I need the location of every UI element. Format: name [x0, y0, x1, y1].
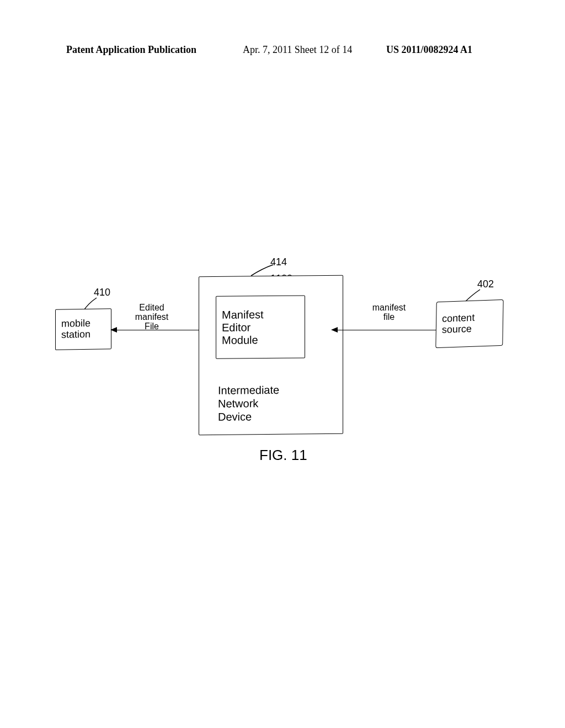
block-intermediate-network-device: Manifest Editor Module Intermediate Netw… [199, 275, 343, 435]
mobile-station-line1: mobile [61, 318, 90, 330]
header-mid: Apr. 7, 2011 Sheet 12 of 14 [243, 44, 352, 56]
edge-label-edited-manifest: Edited manifest File [121, 303, 182, 331]
edited-manifest-line2: manifest [135, 312, 168, 322]
intermediate-line3: Device [218, 410, 252, 423]
manifest-editor-line1: Manifest [222, 308, 264, 322]
manifest-editor-line2: Editor [222, 321, 250, 334]
figure-diagram: 410 414 1100 402 mobile station Manifest… [55, 270, 508, 463]
edited-manifest-line3: File [145, 322, 159, 331]
content-source-line2: source [442, 324, 472, 336]
figure-number-label: FIG. 11 [259, 447, 307, 464]
page: Patent Application Publication Apr. 7, 2… [0, 0, 565, 728]
ref-410: 410 [94, 287, 110, 298]
intermediate-device-label: Intermediate Network Device [218, 383, 279, 424]
mobile-station-line2: station [61, 329, 90, 341]
arrowhead-to-mobile [110, 327, 117, 333]
ref-402: 402 [477, 279, 494, 290]
edge-label-manifest-file: manifest file [359, 303, 419, 322]
header-left: Patent Application Publication [66, 44, 196, 56]
block-content-source: content source [435, 299, 503, 348]
intermediate-line2: Network [218, 397, 258, 410]
manifest-file-line2: file [383, 312, 395, 322]
edited-manifest-line1: Edited [139, 303, 164, 312]
intermediate-line1: Intermediate [218, 384, 279, 397]
manifest-editor-line3: Module [222, 334, 258, 347]
manifest-file-line1: manifest [372, 303, 406, 312]
edge-manifest-file [332, 330, 436, 330]
ref-414: 414 [270, 256, 287, 268]
block-manifest-editor-module: Manifest Editor Module [216, 295, 305, 358]
header-right: US 2011/0082924 A1 [386, 44, 472, 56]
block-mobile-station: mobile station [55, 308, 111, 350]
arrowhead-to-intermediate [331, 327, 338, 333]
